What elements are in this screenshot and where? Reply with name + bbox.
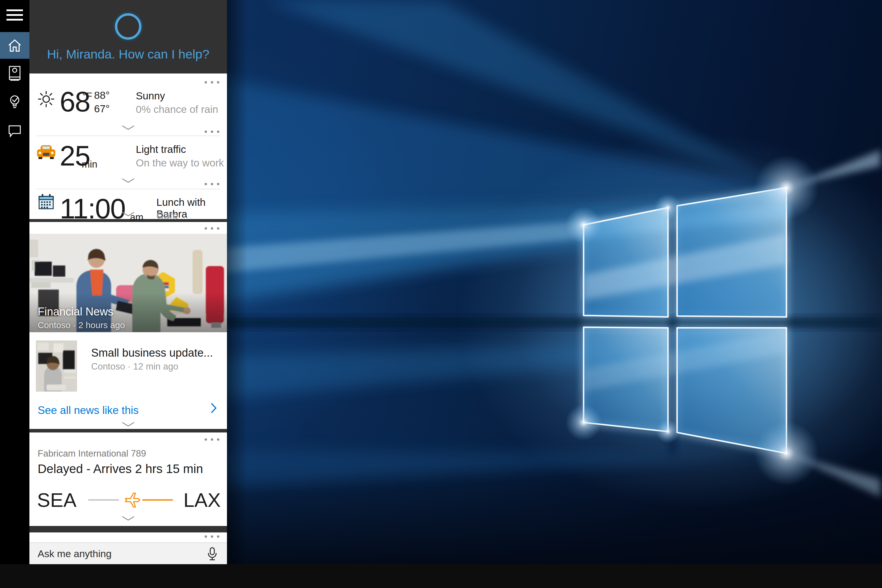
plane-icon — [123, 491, 141, 509]
weather-detail: 0% chance of rain — [136, 104, 218, 115]
news-item-thumbnail[interactable] — [36, 340, 77, 392]
cortana-sidebar — [0, 0, 29, 564]
notebook-icon — [8, 66, 21, 81]
weather-unit: °F — [82, 90, 92, 102]
news-more-options-button[interactable] — [205, 227, 219, 230]
cortana-panel: Hi, Miranda. How can I help? 68 °F 88° 6… — [29, 0, 227, 564]
sun-icon — [38, 90, 55, 108]
weather-more-options-button[interactable] — [205, 81, 219, 84]
news-thumb-art — [36, 340, 77, 392]
flight-destination: LAX — [183, 490, 221, 510]
panel-drop-shadow — [227, 0, 248, 564]
sidebar-item-feedback[interactable] — [8, 124, 21, 138]
traffic-unit: min — [82, 159, 98, 170]
sidebar-item-home[interactable] — [0, 32, 29, 59]
cortana-search-bar — [29, 542, 227, 565]
flight-more-options-button[interactable] — [205, 438, 219, 441]
news-hero-image[interactable]: Financial News Contoso · 2 hours ago — [29, 234, 227, 332]
traffic-subtitle: On the way to work — [136, 157, 224, 169]
daily-glance-card: 68 °F 88° 67° Sunny 0% chance of rain 25… — [29, 74, 227, 219]
traffic-title: Light traffic — [136, 144, 186, 155]
see-all-news-link[interactable]: See all news like this — [38, 404, 138, 417]
sidebar-item-reminders[interactable] — [8, 94, 21, 111]
reminders-lightbulb-icon — [8, 94, 21, 111]
news-item-source: Contoso · 12 min ago — [91, 362, 178, 372]
car-icon — [36, 144, 56, 160]
route-line-completed — [88, 499, 119, 501]
feedback-bubble-icon — [8, 124, 21, 138]
microphone-icon[interactable] — [207, 547, 218, 561]
flight-origin: SEA — [37, 490, 76, 510]
calendar-expand-chevron-icon[interactable] — [122, 212, 135, 216]
cortana-greeting: Hi, Miranda. How can I help? — [29, 47, 227, 62]
route-line-remaining — [142, 499, 173, 501]
flight-expand-chevron-icon[interactable] — [122, 516, 135, 520]
calendar-subtitle: Café — [156, 210, 178, 222]
chevron-right-icon[interactable] — [210, 402, 217, 414]
traffic-more-options-button[interactable] — [205, 130, 219, 133]
news-expand-chevron-icon[interactable] — [122, 422, 135, 427]
peek-more-options-button[interactable] — [205, 536, 219, 538]
news-item-title[interactable]: Small business update... — [91, 346, 213, 359]
card-divider — [36, 189, 220, 189]
news-card: Financial News Contoso · 2 hours ago — [29, 222, 227, 429]
weather-expand-chevron-icon[interactable] — [122, 125, 135, 130]
cortana-header: Hi, Miranda. How can I help? — [29, 0, 227, 74]
search-input[interactable] — [38, 543, 196, 564]
hamburger-icon — [6, 9, 23, 21]
home-icon — [8, 39, 22, 52]
traffic-expand-chevron-icon[interactable] — [122, 178, 135, 183]
news-headline: Financial News — [38, 306, 114, 318]
next-card-peek — [29, 532, 227, 542]
weather-high: 88° — [94, 89, 110, 102]
hamburger-menu-button[interactable] — [6, 9, 23, 21]
windows-desktop-screen: Hi, Miranda. How can I help? 68 °F 88° 6… — [0, 0, 882, 588]
calendar-more-options-button[interactable] — [205, 183, 219, 185]
weather-low: 67° — [94, 102, 110, 115]
flight-name: Fabricam International 789 — [38, 448, 146, 459]
flight-status: Delayed - Arrives 2 hrs 15 min — [38, 462, 203, 476]
calendar-icon — [38, 194, 55, 210]
calendar-time: 11:00 — [60, 195, 125, 223]
weather-condition: Sunny — [136, 90, 165, 102]
cortana-ring-icon — [112, 10, 144, 43]
flight-card: Fabricam International 789 Delayed - Arr… — [29, 432, 227, 526]
news-headline-source: Contoso · 2 hours ago — [38, 320, 125, 330]
taskbar: 6:30 AM 7/30/2015 — [0, 564, 882, 588]
sidebar-item-notebook[interactable] — [8, 66, 21, 81]
card-divider — [36, 135, 220, 136]
